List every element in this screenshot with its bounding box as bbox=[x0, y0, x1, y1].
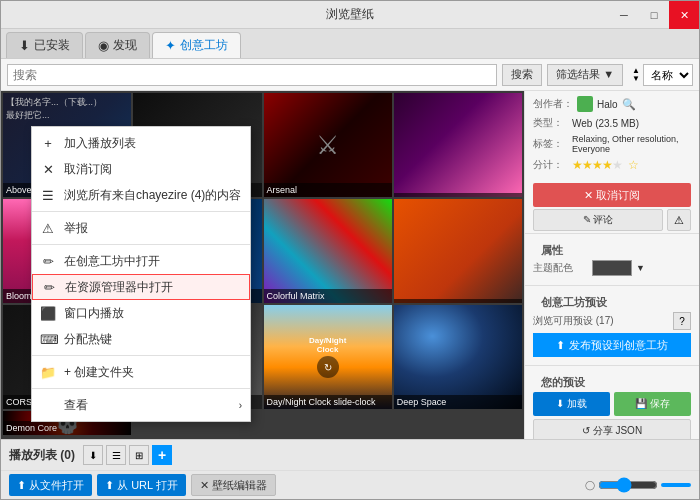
slider-bar bbox=[661, 483, 691, 487]
share-json-button[interactable]: ↺ 分享 JSON bbox=[533, 419, 691, 439]
context-menu: + 加入播放列表 ✕ 取消订阅 ☰ 浏览所有来自chayezire (4)的内容… bbox=[31, 126, 251, 422]
author-search-icon[interactable]: 🔍 bbox=[622, 98, 636, 111]
menu-item-hotkey[interactable]: ⌨ 分配热键 bbox=[32, 326, 250, 352]
bottom-bar: 播放列表 (0) ⬇ ☰ ⊞ + ⬆ 从文件打开 ⬆ 从 URL 打开 ✕ 壁纸… bbox=[1, 439, 699, 499]
author-row: 创作者： Halo 🔍 bbox=[533, 96, 691, 112]
load-button[interactable]: ⬇ 加载 bbox=[533, 392, 610, 416]
sort-section: ▲ ▼ 名称 评分 日期 bbox=[632, 64, 693, 86]
save-button[interactable]: 💾 保存 bbox=[614, 392, 691, 416]
menu-separator bbox=[32, 388, 250, 389]
grid-item-label: Demon Core bbox=[3, 421, 131, 435]
workshop-title: 创意工坊预设 bbox=[533, 291, 691, 312]
actions-row: ⬆ 从文件打开 ⬆ 从 URL 打开 ✕ 壁纸编辑器 ◯ bbox=[1, 471, 699, 499]
tab-installed[interactable]: ⬇ 已安装 bbox=[6, 32, 83, 58]
publish-button[interactable]: ⬆ 发布预设到创意工坊 bbox=[533, 333, 691, 357]
tab-workshop-icon: ✦ bbox=[165, 38, 176, 53]
star-rating: ★★★★★ bbox=[572, 158, 622, 172]
list-item[interactable]: ⚔ Arsenal bbox=[264, 93, 392, 197]
unsubscribe-button[interactable]: ✕ 取消订阅 bbox=[533, 183, 691, 207]
close-button[interactable]: ✕ bbox=[669, 1, 699, 29]
app-window: 浏览壁纸 ─ □ ✕ ⬇ 已安装 ◉ 发现 ✦ 创意工坊 搜索 筛选结果 ▼ ▲… bbox=[0, 0, 700, 500]
menu-item-label: 加入播放列表 bbox=[64, 135, 136, 152]
window-title: 浏览壁纸 bbox=[326, 6, 374, 23]
menu-item-windowed[interactable]: ⬛ 窗口内播放 bbox=[32, 300, 250, 326]
sort-arrows[interactable]: ▲ ▼ bbox=[632, 67, 640, 83]
color-swatch[interactable] bbox=[592, 260, 632, 276]
author-avatar bbox=[577, 96, 593, 112]
star-bookmark[interactable]: ☆ bbox=[628, 158, 639, 172]
preview-dot: • bbox=[533, 99, 537, 111]
menu-item-label: 分配热键 bbox=[64, 331, 112, 348]
playlist-add-button[interactable]: + bbox=[152, 445, 172, 465]
grid-item-label bbox=[394, 299, 522, 303]
sort-down-arrow: ▼ bbox=[632, 75, 640, 83]
from-url-button[interactable]: ⬆ 从 URL 打开 bbox=[97, 474, 186, 496]
volume-slider[interactable] bbox=[598, 477, 658, 493]
playlist-download-button[interactable]: ⬇ bbox=[83, 445, 103, 465]
menu-item-label: + 创建文件夹 bbox=[64, 364, 134, 381]
tags-value: Relaxing, Other resolution, Everyone bbox=[572, 134, 691, 154]
grid-item-label: Deep Space bbox=[394, 395, 522, 409]
submenu-arrow: › bbox=[239, 400, 242, 411]
menu-item-report[interactable]: ⚠ 举报 bbox=[32, 215, 250, 241]
search-input[interactable] bbox=[7, 64, 497, 86]
menu-separator bbox=[32, 355, 250, 356]
menu-item-unsubscribe[interactable]: ✕ 取消订阅 bbox=[32, 156, 250, 182]
comment-button[interactable]: ✎ 评论 bbox=[533, 209, 663, 231]
search-bar: 搜索 筛选结果 ▼ ▲ ▼ 名称 评分 日期 bbox=[1, 59, 699, 91]
minimize-button[interactable]: ─ bbox=[609, 1, 639, 29]
slider-min-icon: ◯ bbox=[585, 480, 595, 490]
menu-item-label: 浏览所有来自chayezire (4)的内容 bbox=[64, 187, 241, 204]
unsubscribe-icon: ✕ bbox=[40, 162, 56, 177]
list-item[interactable]: Day/Night Clock ↻ Day/Night Clock slide-… bbox=[264, 305, 392, 409]
warn-button[interactable]: ⚠ bbox=[667, 209, 691, 231]
editor-button[interactable]: ✕ 壁纸编辑器 bbox=[191, 474, 276, 496]
genre-value: Web (23.5 MB) bbox=[572, 118, 639, 129]
tab-bar: ⬇ 已安装 ◉ 发现 ✦ 创意工坊 bbox=[1, 29, 699, 59]
workshop-available: 浏览可用预设 (17) bbox=[533, 314, 614, 328]
filter-button[interactable]: 筛选结果 ▼ bbox=[547, 64, 623, 86]
list-item[interactable]: Deep Space bbox=[394, 305, 522, 409]
slider-container: ◯ bbox=[585, 477, 691, 493]
grid-panel: 【我的名字...（下载...）最好把它... Above New Yor... … bbox=[1, 91, 524, 439]
rating-label: 分计： bbox=[533, 158, 568, 172]
menu-item-open-explorer[interactable]: ✏ 在资源管理器中打开 bbox=[32, 274, 250, 300]
your-presets-title: 您的预设 bbox=[533, 371, 691, 392]
menu-item-new-folder[interactable]: 📁 + 创建文件夹 bbox=[32, 359, 250, 385]
menu-separator bbox=[32, 244, 250, 245]
playlist-grid-button[interactable]: ⊞ bbox=[129, 445, 149, 465]
add-playlist-icon: + bbox=[40, 136, 56, 151]
theme-color-label: 主题配色 bbox=[533, 261, 588, 275]
from-file-button[interactable]: ⬆ 从文件打开 bbox=[9, 474, 92, 496]
main-content: 【我的名字...（下载...）最好把它... Above New Yor... … bbox=[1, 91, 699, 439]
genre-label: 类型： bbox=[533, 116, 568, 130]
color-dropdown-arrow[interactable]: ▼ bbox=[636, 263, 645, 273]
list-item[interactable] bbox=[394, 199, 522, 303]
menu-item-view[interactable]: 查看 › bbox=[32, 392, 250, 418]
tab-discover[interactable]: ◉ 发现 bbox=[85, 32, 150, 58]
browse-icon: ☰ bbox=[40, 188, 56, 203]
menu-separator bbox=[32, 211, 250, 212]
menu-item-label: 窗口内播放 bbox=[64, 305, 124, 322]
tab-workshop-label: 创意工坊 bbox=[180, 37, 228, 54]
tab-discover-label: 发现 bbox=[113, 37, 137, 54]
maximize-button[interactable]: □ bbox=[639, 1, 669, 29]
report-icon: ⚠ bbox=[40, 221, 56, 236]
search-button[interactable]: 搜索 bbox=[502, 64, 542, 86]
action-buttons: ✕ 取消订阅 ✎ 评论 ⚠ bbox=[525, 181, 699, 233]
tab-discover-icon: ◉ bbox=[98, 38, 109, 53]
menu-item-open-workshop[interactable]: ✏ 在创意工坊中打开 bbox=[32, 248, 250, 274]
sort-dropdown[interactable]: 名称 评分 日期 bbox=[643, 64, 693, 86]
tab-installed-icon: ⬇ bbox=[19, 38, 30, 53]
playlist-list-button[interactable]: ☰ bbox=[106, 445, 126, 465]
properties-title: 属性 bbox=[533, 239, 691, 260]
playlist-row: 播放列表 (0) ⬇ ☰ ⊞ + bbox=[1, 440, 699, 471]
workshop-help-button[interactable]: ? bbox=[673, 312, 691, 330]
menu-item-browse-all[interactable]: ☰ 浏览所有来自chayezire (4)的内容 bbox=[32, 182, 250, 208]
tab-workshop[interactable]: ✦ 创意工坊 bbox=[152, 32, 241, 58]
list-item[interactable]: Colorful Matrix bbox=[264, 199, 392, 303]
list-item[interactable] bbox=[394, 93, 522, 197]
right-panel: • • Rainy Day 创作者： Halo 🔍 类型： Web (23.5 … bbox=[524, 91, 699, 439]
menu-item-add-playlist[interactable]: + 加入播放列表 bbox=[32, 130, 250, 156]
title-controls: ─ □ ✕ bbox=[609, 1, 699, 29]
